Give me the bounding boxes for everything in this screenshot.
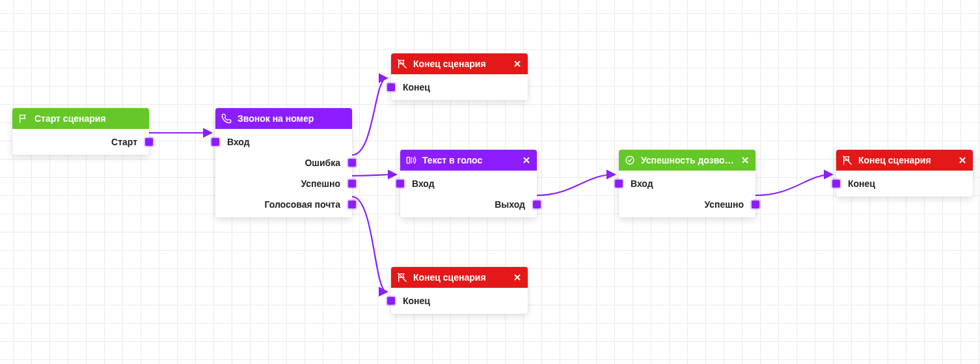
node-body: Вход Ошибка Успешно Голосовая почта	[215, 129, 352, 217]
svg-point-1	[626, 156, 634, 164]
close-icon[interactable]	[512, 59, 523, 69]
node-header[interactable]: Конец сценария	[391, 267, 528, 288]
port-out-success[interactable]: Успешно	[215, 173, 352, 194]
port-connector-icon[interactable]	[752, 201, 759, 208]
port-label: Конец	[403, 82, 430, 92]
node-header[interactable]: Успешность дозвона	[619, 150, 755, 171]
node-body: Вход Выход	[400, 171, 537, 217]
flag-icon	[18, 113, 29, 124]
node-header[interactable]: Звонок на номер	[215, 108, 352, 129]
port-connector-icon[interactable]	[387, 83, 395, 91]
node-header[interactable]: Старт сценария	[12, 108, 149, 129]
port-out-error[interactable]: Ошибка	[215, 152, 352, 173]
phone-icon	[221, 113, 232, 124]
close-icon[interactable]	[740, 155, 750, 165]
node-title: Конец сценария	[858, 155, 952, 165]
node-title: Старт сценария	[34, 113, 144, 124]
port-in[interactable]: Конец	[391, 290, 528, 311]
node-header[interactable]: Конец сценария	[391, 53, 528, 74]
port-label: Выход	[495, 199, 525, 210]
port-label: Старт	[111, 137, 137, 147]
node-title: Звонок на номер	[238, 113, 347, 124]
node-header[interactable]: Конец сценария	[836, 150, 973, 171]
port-out[interactable]: Успешно	[619, 194, 755, 215]
node-title: Конец сценария	[413, 59, 507, 69]
flag-off-icon	[396, 272, 408, 283]
close-icon[interactable]	[512, 272, 523, 283]
node-start[interactable]: Старт сценария Старт	[12, 108, 149, 155]
port-in[interactable]: Конец	[836, 173, 973, 194]
port-connector-icon[interactable]	[211, 138, 219, 146]
port-label: Вход	[631, 178, 653, 189]
port-connector-icon[interactable]	[348, 201, 356, 208]
flag-off-icon	[841, 154, 853, 166]
port-label: Ошибка	[305, 158, 340, 168]
port-label: Конец	[403, 296, 430, 306]
port-connector-icon[interactable]	[615, 180, 623, 188]
node-body: Конец	[391, 288, 528, 314]
port-connector-icon[interactable]	[348, 159, 356, 167]
check-circle-icon	[624, 154, 636, 166]
node-end-3[interactable]: Конец сценария Конец	[836, 150, 973, 197]
node-body: Конец	[391, 74, 528, 100]
port-out-start[interactable]: Старт	[12, 132, 149, 152]
node-title: Конец сценария	[413, 272, 507, 283]
flag-off-icon	[396, 58, 408, 70]
port-connector-icon[interactable]	[387, 297, 395, 305]
node-success[interactable]: Успешность дозвона Вход Успешно	[619, 150, 755, 217]
port-out-voicemail[interactable]: Голосовая почта	[215, 194, 352, 215]
port-connector-icon[interactable]	[145, 138, 153, 146]
port-label: Вход	[412, 178, 435, 189]
port-label: Голосовая почта	[264, 199, 340, 210]
node-tts[interactable]: Текст в голос Вход Выход	[400, 150, 537, 217]
flow-canvas[interactable]: Старт сценария Старт Звонок на номер Вхо…	[0, 0, 980, 364]
port-label: Успешно	[704, 199, 744, 210]
close-icon[interactable]	[521, 155, 532, 165]
node-title: Текст в голос	[422, 155, 516, 165]
port-in[interactable]: Вход	[400, 173, 537, 194]
node-body: Старт	[12, 129, 149, 155]
svg-rect-0	[407, 157, 409, 163]
port-connector-icon[interactable]	[348, 180, 356, 188]
speaker-icon	[405, 154, 417, 166]
port-connector-icon[interactable]	[533, 201, 541, 208]
port-connector-icon[interactable]	[396, 180, 404, 188]
port-out[interactable]: Выход	[400, 194, 537, 215]
port-label: Конец	[848, 178, 875, 189]
node-header[interactable]: Текст в голос	[400, 150, 537, 171]
node-title: Успешность дозвона	[641, 155, 735, 165]
port-in[interactable]: Вход	[619, 173, 755, 194]
node-end-1[interactable]: Конец сценария Конец	[391, 53, 528, 100]
port-label: Успешно	[301, 178, 340, 189]
node-end-2[interactable]: Конец сценария Конец	[391, 267, 528, 314]
port-label: Вход	[227, 137, 250, 147]
port-connector-icon[interactable]	[832, 180, 840, 188]
node-call[interactable]: Звонок на номер Вход Ошибка Успешно Голо…	[215, 108, 352, 217]
node-body: Вход Успешно	[619, 171, 755, 217]
close-icon[interactable]	[957, 155, 968, 165]
port-in[interactable]: Конец	[391, 77, 528, 98]
port-in[interactable]: Вход	[215, 132, 352, 152]
node-body: Конец	[836, 171, 973, 197]
